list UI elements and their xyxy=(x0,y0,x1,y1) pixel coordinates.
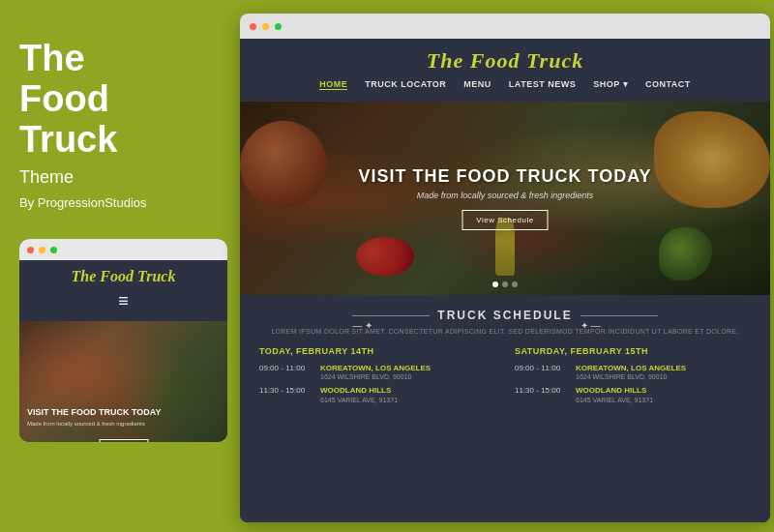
nav-item-shop[interactable]: SHOP ▾ xyxy=(593,79,628,90)
schedule-entry-2-2: 11:30 - 15:00 WOODLAND HILLS 6145 VARIEL… xyxy=(515,386,751,402)
schedule-columns: TODAY, FEBRUARY 14TH 09:00 - 11:00 KOREA… xyxy=(259,346,751,409)
theme-subtitle: Theme xyxy=(19,167,221,188)
schedule-location-2-2: WOODLAND HILLS xyxy=(576,386,653,396)
hero-text-container: VISIT THE FOOD TRUCK TODAY Made from loc… xyxy=(358,166,651,230)
schedule-entry-1-2: 11:30 - 15:00 WOODLAND HILLS 6145 VARIEL… xyxy=(259,386,495,402)
mobile-preview: The Food Truck ≡ VISIT THE FOOD TRUCK TO… xyxy=(19,239,227,442)
schedule-section: — ✦ TRUCK SCHEDULE ✦ — LOREM IPSUM DOLOR… xyxy=(240,295,770,419)
left-panel: The Food Truck Theme By ProgressionStudi… xyxy=(0,0,240,532)
schedule-time-2-1: 09:00 - 11:00 xyxy=(515,364,568,372)
hero-title: VISIT THE FOOD TRUCK TODAY xyxy=(358,166,651,187)
nav-item-latest-news[interactable]: LATEST NEWS xyxy=(509,79,576,90)
hero-dot-2[interactable] xyxy=(502,281,508,287)
nav-item-contact[interactable]: CONTACT xyxy=(645,79,691,90)
mobile-hero-text: VISIT THE FOOD TRUCK TODAY Made from loc… xyxy=(27,407,220,429)
schedule-line-left: — ✦ xyxy=(352,315,430,316)
nav-item-truck-locator[interactable]: TRUCK LOCATOR xyxy=(365,79,446,90)
hero-dots xyxy=(492,281,518,287)
dot-green xyxy=(50,247,57,253)
schedule-description: LOREM IPSUM DOLOR SIT AMET, CONSECTETUR … xyxy=(259,328,751,335)
mobile-content: The Food Truck ≡ xyxy=(19,260,227,321)
schedule-address-2-1: 1624 WILSHIRE BLVD, 90010 xyxy=(576,373,686,380)
schedule-time-2-2: 11:30 - 15:00 xyxy=(515,386,568,395)
browser-preview: The Food Truck HOME TRUCK LOCATOR MENU L… xyxy=(240,14,770,522)
browser-dot-red xyxy=(250,23,256,30)
site-header: The Food Truck HOME TRUCK LOCATOR MENU L… xyxy=(240,39,770,102)
dot-yellow xyxy=(39,247,45,253)
theme-author: By ProgressionStudios xyxy=(19,195,221,210)
schedule-entry-1-1: 09:00 - 11:00 KOREATOWN, LOS ANGELES 162… xyxy=(259,364,495,380)
site-logo: The Food Truck xyxy=(240,48,770,74)
schedule-time-1-2: 11:30 - 15:00 xyxy=(259,386,313,395)
hero-section: VISIT THE FOOD TRUCK TODAY Made from loc… xyxy=(240,102,770,295)
schedule-time-1-1: 09:00 - 11:00 xyxy=(259,364,313,372)
schedule-col-day2: SATURDAY, FEBRUARY 15TH 09:00 - 11:00 KO… xyxy=(515,346,751,409)
schedule-entry-2-1: 09:00 - 11:00 KOREATOWN, LOS ANGELES 162… xyxy=(515,364,751,380)
schedule-address-1-1: 1624 WILSHIRE BLVD, 90010 xyxy=(320,373,431,380)
mobile-view-schedule-button[interactable]: View Schedule xyxy=(99,439,148,442)
hero-subtitle: Made from locally sourced & fresh ingred… xyxy=(358,191,651,200)
schedule-day-2-label: SATURDAY, FEBRUARY 15TH xyxy=(515,346,751,356)
schedule-location-2-1: KOREATOWN, LOS ANGELES xyxy=(576,364,686,373)
schedule-line-right: ✦ — xyxy=(580,315,658,316)
schedule-address-2-2: 6145 VARIEL AVE, 91371 xyxy=(576,397,653,403)
mobile-logo: The Food Truck xyxy=(29,268,218,285)
schedule-title-row: — ✦ TRUCK SCHEDULE ✦ — xyxy=(259,309,751,322)
schedule-day-1-label: TODAY, FEBRUARY 14TH xyxy=(259,346,495,356)
browser-dot-green xyxy=(275,23,282,30)
mobile-hero-title: VISIT THE FOOD TRUCK TODAY xyxy=(27,407,220,418)
nav-item-menu[interactable]: MENU xyxy=(463,79,491,90)
browser-dot-yellow xyxy=(262,23,269,30)
schedule-location-block-2-1: KOREATOWN, LOS ANGELES 1624 WILSHIRE BLV… xyxy=(576,364,686,380)
dot-red xyxy=(27,247,34,253)
hero-dot-1[interactable] xyxy=(492,281,498,287)
mobile-hero-sub: Made from locally sourced & fresh ingred… xyxy=(27,421,220,429)
nav-item-home[interactable]: HOME xyxy=(319,79,347,90)
view-schedule-button[interactable]: View Schedule xyxy=(461,210,548,230)
schedule-location-block-1-2: WOODLAND HILLS 6145 VARIEL AVE, 91371 xyxy=(320,386,398,402)
mobile-bar xyxy=(19,239,227,260)
schedule-title: TRUCK SCHEDULE xyxy=(437,309,572,322)
schedule-col-day1: TODAY, FEBRUARY 14TH 09:00 - 11:00 KOREA… xyxy=(259,346,495,409)
schedule-address-1-2: 6145 VARIEL AVE, 91371 xyxy=(320,397,398,403)
site-nav: HOME TRUCK LOCATOR MENU LATEST NEWS SHOP… xyxy=(240,79,770,96)
schedule-location-1-1: KOREATOWN, LOS ANGELES xyxy=(320,364,431,373)
schedule-location-1-2: WOODLAND HILLS xyxy=(320,386,398,396)
hero-dot-3[interactable] xyxy=(512,281,518,287)
mobile-hamburger-icon[interactable]: ≡ xyxy=(29,291,218,311)
browser-bar xyxy=(240,14,770,39)
schedule-location-block-1-1: KOREATOWN, LOS ANGELES 1624 WILSHIRE BLV… xyxy=(320,364,431,380)
browser-content: The Food Truck HOME TRUCK LOCATOR MENU L… xyxy=(240,39,770,522)
mobile-hero: VISIT THE FOOD TRUCK TODAY Made from loc… xyxy=(19,321,227,442)
schedule-location-block-2-2: WOODLAND HILLS 6145 VARIEL AVE, 91371 xyxy=(576,386,653,402)
theme-title: The Food Truck xyxy=(19,39,221,160)
